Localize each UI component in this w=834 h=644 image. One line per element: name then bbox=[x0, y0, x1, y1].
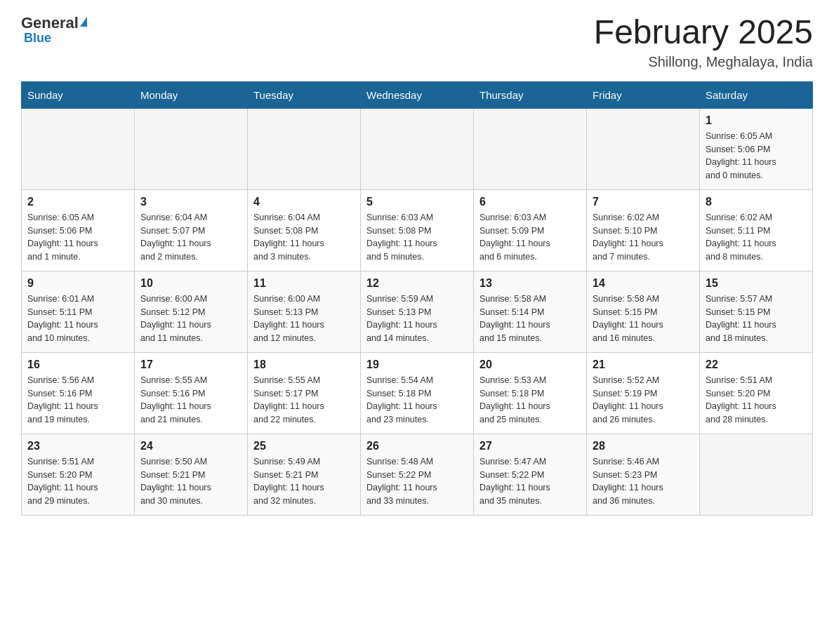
calendar-cell bbox=[587, 108, 700, 189]
calendar-cell: 17Sunrise: 5:55 AMSunset: 5:16 PMDayligh… bbox=[135, 352, 248, 434]
day-info: Sunrise: 6:02 AMSunset: 5:10 PMDaylight:… bbox=[593, 211, 694, 264]
calendar-cell: 16Sunrise: 5:56 AMSunset: 5:16 PMDayligh… bbox=[22, 352, 135, 434]
day-number: 8 bbox=[706, 196, 807, 208]
day-number: 17 bbox=[140, 358, 241, 371]
day-info: Sunrise: 6:04 AMSunset: 5:07 PMDaylight:… bbox=[140, 211, 241, 264]
weekday-header-tuesday: Tuesday bbox=[248, 81, 361, 108]
calendar-cell: 22Sunrise: 5:51 AMSunset: 5:20 PMDayligh… bbox=[700, 352, 813, 434]
day-info: Sunrise: 6:01 AMSunset: 5:11 PMDaylight:… bbox=[27, 293, 128, 345]
calendar-cell: 13Sunrise: 5:58 AMSunset: 5:14 PMDayligh… bbox=[474, 271, 587, 352]
calendar-cell: 18Sunrise: 5:55 AMSunset: 5:17 PMDayligh… bbox=[248, 352, 361, 434]
calendar-cell: 28Sunrise: 5:46 AMSunset: 5:23 PMDayligh… bbox=[587, 434, 700, 515]
day-number: 5 bbox=[366, 196, 468, 208]
calendar-cell: 20Sunrise: 5:53 AMSunset: 5:18 PMDayligh… bbox=[474, 352, 587, 434]
day-number: 26 bbox=[366, 440, 468, 452]
calendar-cell: 6Sunrise: 6:03 AMSunset: 5:09 PMDaylight… bbox=[474, 189, 587, 271]
header-row: SundayMondayTuesdayWednesdayThursdayFrid… bbox=[22, 81, 813, 108]
day-info: Sunrise: 5:48 AMSunset: 5:22 PMDaylight:… bbox=[366, 455, 468, 508]
calendar-cell: 10Sunrise: 6:00 AMSunset: 5:12 PMDayligh… bbox=[135, 271, 248, 352]
calendar-cell: 8Sunrise: 6:02 AMSunset: 5:11 PMDaylight… bbox=[700, 189, 813, 271]
logo-blue-text: Blue bbox=[24, 31, 51, 46]
day-info: Sunrise: 5:58 AMSunset: 5:15 PMDaylight:… bbox=[593, 293, 694, 345]
day-number: 11 bbox=[253, 277, 355, 290]
day-number: 4 bbox=[253, 196, 355, 208]
day-number: 9 bbox=[27, 277, 128, 290]
day-number: 3 bbox=[140, 196, 241, 208]
day-number: 7 bbox=[593, 196, 694, 208]
day-info: Sunrise: 5:55 AMSunset: 5:16 PMDaylight:… bbox=[140, 374, 241, 427]
weekday-header-sunday: Sunday bbox=[22, 81, 135, 108]
day-number: 25 bbox=[253, 440, 355, 452]
day-info: Sunrise: 5:52 AMSunset: 5:19 PMDaylight:… bbox=[593, 374, 694, 427]
calendar-cell: 4Sunrise: 6:04 AMSunset: 5:08 PMDaylight… bbox=[248, 189, 361, 271]
day-info: Sunrise: 6:03 AMSunset: 5:09 PMDaylight:… bbox=[479, 211, 581, 264]
calendar-cell: 14Sunrise: 5:58 AMSunset: 5:15 PMDayligh… bbox=[587, 271, 700, 352]
day-number: 27 bbox=[479, 440, 581, 452]
page-header: General Blue February 2025 Shillong, Meg… bbox=[21, 14, 813, 70]
calendar-cell: 11Sunrise: 6:00 AMSunset: 5:13 PMDayligh… bbox=[248, 271, 361, 352]
calendar-cell: 7Sunrise: 6:02 AMSunset: 5:10 PMDaylight… bbox=[587, 189, 700, 271]
day-info: Sunrise: 6:05 AMSunset: 5:06 PMDaylight:… bbox=[706, 130, 807, 182]
day-number: 2 bbox=[27, 196, 128, 208]
day-number: 10 bbox=[140, 277, 241, 290]
week-row-2: 2Sunrise: 6:05 AMSunset: 5:06 PMDaylight… bbox=[22, 189, 813, 271]
day-info: Sunrise: 5:51 AMSunset: 5:20 PMDaylight:… bbox=[27, 455, 128, 508]
day-number: 1 bbox=[706, 114, 807, 127]
day-number: 28 bbox=[593, 440, 694, 452]
calendar-cell: 2Sunrise: 6:05 AMSunset: 5:06 PMDaylight… bbox=[22, 189, 135, 271]
day-info: Sunrise: 6:02 AMSunset: 5:11 PMDaylight:… bbox=[706, 211, 807, 264]
calendar-table: SundayMondayTuesdayWednesdayThursdayFrid… bbox=[21, 81, 813, 516]
week-row-4: 16Sunrise: 5:56 AMSunset: 5:16 PMDayligh… bbox=[22, 352, 813, 434]
calendar-cell bbox=[248, 108, 361, 189]
day-number: 6 bbox=[479, 196, 581, 208]
day-info: Sunrise: 5:50 AMSunset: 5:21 PMDaylight:… bbox=[140, 455, 241, 508]
calendar-cell: 24Sunrise: 5:50 AMSunset: 5:21 PMDayligh… bbox=[135, 434, 248, 515]
day-number: 12 bbox=[366, 277, 468, 290]
weekday-header-friday: Friday bbox=[587, 81, 700, 108]
calendar-cell: 12Sunrise: 5:59 AMSunset: 5:13 PMDayligh… bbox=[361, 271, 474, 352]
day-number: 24 bbox=[140, 440, 241, 452]
day-number: 15 bbox=[706, 277, 807, 290]
day-info: Sunrise: 6:05 AMSunset: 5:06 PMDaylight:… bbox=[27, 211, 128, 264]
weekday-header-thursday: Thursday bbox=[474, 81, 587, 108]
calendar-cell: 15Sunrise: 5:57 AMSunset: 5:15 PMDayligh… bbox=[700, 271, 813, 352]
calendar-cell: 19Sunrise: 5:54 AMSunset: 5:18 PMDayligh… bbox=[361, 352, 474, 434]
calendar-cell: 9Sunrise: 6:01 AMSunset: 5:11 PMDaylight… bbox=[22, 271, 135, 352]
week-row-3: 9Sunrise: 6:01 AMSunset: 5:11 PMDaylight… bbox=[22, 271, 813, 352]
calendar-cell bbox=[22, 108, 135, 189]
day-info: Sunrise: 5:59 AMSunset: 5:13 PMDaylight:… bbox=[366, 293, 468, 345]
day-info: Sunrise: 5:49 AMSunset: 5:21 PMDaylight:… bbox=[253, 455, 355, 508]
day-info: Sunrise: 5:46 AMSunset: 5:23 PMDaylight:… bbox=[593, 455, 694, 508]
day-number: 20 bbox=[479, 358, 581, 371]
day-info: Sunrise: 5:53 AMSunset: 5:18 PMDaylight:… bbox=[479, 374, 581, 427]
month-title: February 2025 bbox=[594, 14, 813, 51]
day-info: Sunrise: 6:04 AMSunset: 5:08 PMDaylight:… bbox=[253, 211, 355, 264]
day-info: Sunrise: 5:51 AMSunset: 5:20 PMDaylight:… bbox=[706, 374, 807, 427]
calendar-cell: 21Sunrise: 5:52 AMSunset: 5:19 PMDayligh… bbox=[587, 352, 700, 434]
calendar-cell bbox=[361, 108, 474, 189]
weekday-header-wednesday: Wednesday bbox=[361, 81, 474, 108]
week-row-1: 1Sunrise: 6:05 AMSunset: 5:06 PMDaylight… bbox=[22, 108, 813, 189]
day-number: 23 bbox=[27, 440, 128, 452]
calendar-cell bbox=[700, 434, 813, 515]
title-block: February 2025 Shillong, Meghalaya, India bbox=[594, 14, 813, 70]
weekday-header-saturday: Saturday bbox=[700, 81, 813, 108]
calendar-cell: 26Sunrise: 5:48 AMSunset: 5:22 PMDayligh… bbox=[361, 434, 474, 515]
weekday-header-monday: Monday bbox=[135, 81, 248, 108]
calendar-cell: 25Sunrise: 5:49 AMSunset: 5:21 PMDayligh… bbox=[248, 434, 361, 515]
day-info: Sunrise: 5:54 AMSunset: 5:18 PMDaylight:… bbox=[366, 374, 468, 427]
day-info: Sunrise: 6:03 AMSunset: 5:08 PMDaylight:… bbox=[366, 211, 468, 264]
day-number: 18 bbox=[253, 358, 355, 371]
day-info: Sunrise: 5:57 AMSunset: 5:15 PMDaylight:… bbox=[706, 293, 807, 345]
calendar-cell bbox=[135, 108, 248, 189]
logo: General Blue bbox=[21, 14, 87, 46]
day-number: 14 bbox=[593, 277, 694, 290]
calendar-cell: 1Sunrise: 6:05 AMSunset: 5:06 PMDaylight… bbox=[700, 108, 813, 189]
day-number: 21 bbox=[593, 358, 694, 371]
day-number: 19 bbox=[366, 358, 468, 371]
day-info: Sunrise: 6:00 AMSunset: 5:12 PMDaylight:… bbox=[140, 293, 241, 345]
day-number: 13 bbox=[479, 277, 581, 290]
calendar-cell bbox=[474, 108, 587, 189]
day-info: Sunrise: 5:47 AMSunset: 5:22 PMDaylight:… bbox=[479, 455, 581, 508]
calendar-cell: 23Sunrise: 5:51 AMSunset: 5:20 PMDayligh… bbox=[22, 434, 135, 515]
